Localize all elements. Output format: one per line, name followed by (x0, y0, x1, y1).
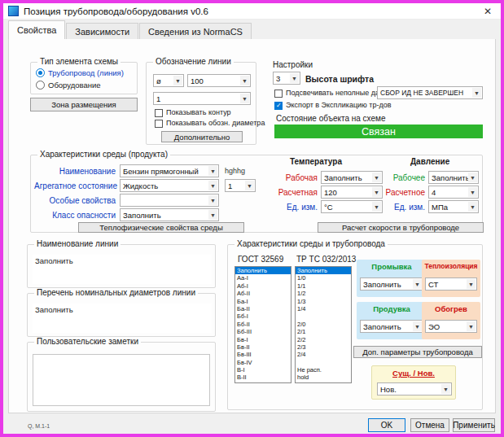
show-diameter-label: Показывать обозн. диаметра (166, 119, 265, 127)
chevron-down-icon: ▼ (240, 76, 249, 85)
chevron-down-icon: ▼ (467, 321, 476, 331)
temp-calc-combo[interactable]: 120 ▼ (321, 186, 383, 199)
list-item[interactable]: Бв-IV (235, 359, 291, 366)
list-item[interactable]: 2/1 (296, 328, 351, 335)
list-item[interactable]: Бв-III (235, 351, 291, 358)
pressure-unit-combo[interactable]: МПа ▼ (428, 200, 479, 213)
gost-listbox[interactable]: ЗаполнитьАа-IАб-IАб-IIБа-IБа-IIБб-IБб-II… (234, 266, 291, 383)
chevron-down-icon: ▼ (468, 187, 477, 197)
combo-value: 100 (191, 76, 204, 85)
ok-button[interactable]: OK (368, 418, 405, 432)
insulation-combo[interactable]: СТ ▼ (425, 277, 477, 291)
pipeline-radio[interactable] (36, 68, 45, 77)
medium-name-combo[interactable]: Бензин прямогонный ▼ (120, 164, 219, 177)
list-item[interactable]: 1/0 (296, 274, 351, 282)
list-item[interactable]: 1/4 (296, 305, 351, 312)
notes-textbox[interactable] (33, 354, 210, 406)
purge-combo[interactable]: Заполнить ▼ (360, 320, 423, 333)
line-name-group-title: Наименование линии (34, 239, 121, 248)
extra-pipe-params-button[interactable]: Доп. параметры трубопровода (353, 346, 482, 358)
list-item[interactable]: 1/2 (296, 290, 351, 297)
list-item[interactable]: 2/2 (296, 336, 351, 343)
heating-combo[interactable]: ЭО ▼ (425, 320, 477, 333)
list-item[interactable]: Аб-I (235, 282, 291, 290)
equipment-radio[interactable] (36, 81, 45, 90)
font-height-combo[interactable]: 3 ▼ (273, 72, 300, 85)
show-diameter-checkbox[interactable] (155, 120, 163, 128)
velocity-calc-button[interactable]: Расчет скорости в трубопроводе (318, 222, 484, 233)
list-item[interactable]: 1/3 (296, 298, 351, 305)
list-item[interactable]: Ба-II (235, 305, 291, 312)
temp-unit-combo[interactable]: °C ▼ (321, 200, 383, 213)
diameter-value-combo[interactable]: 100 ▼ (187, 74, 251, 87)
list-item[interactable] (296, 359, 351, 366)
chevron-down-icon: ▼ (472, 88, 481, 98)
list-item[interactable]: hold (296, 374, 351, 381)
insulation-panel: Теплоизоляция СТ ▼ (422, 260, 480, 297)
highlight-incomplete-checkbox[interactable] (274, 90, 283, 98)
tab-properties[interactable]: Свойства (8, 20, 65, 39)
list-item[interactable]: Ба-I (235, 298, 291, 305)
list-item[interactable]: Заполнить (296, 267, 351, 274)
list-item[interactable]: Заполнить (235, 267, 291, 274)
combo-value: °C (324, 203, 333, 212)
combo-value: 3 (276, 74, 280, 83)
list-item[interactable]: В-I (235, 366, 291, 374)
pressure-calc-label: Расчетное (376, 188, 425, 197)
list-item[interactable]: 1/1 (296, 282, 351, 290)
close-icon[interactable]: ✕ (480, 6, 496, 17)
insulation-label: Теплоизоляция (422, 262, 480, 270)
existing-new-panel: Сущ. / Нов. Нов. ▼ (371, 365, 456, 400)
list-item[interactable]: Бв-I (235, 336, 291, 343)
tab-dependencies[interactable]: Зависимости (66, 23, 138, 39)
chevron-down-icon: ▼ (413, 279, 422, 289)
list-item[interactable]: Бб-I (235, 312, 291, 320)
more-options-button[interactable]: Дополнительно (161, 131, 243, 142)
aggregate-extra-combo[interactable]: 1 ▼ (225, 179, 256, 192)
pressure-calc-combo[interactable]: 4 ▼ (428, 186, 479, 199)
show-contour-checkbox[interactable] (155, 109, 163, 117)
placement-zone-button[interactable]: Зона размещения (30, 98, 138, 111)
flush-combo[interactable]: Заполнить ▼ (360, 277, 423, 291)
id-status-combo[interactable]: СБОР ИД НЕ ЗАВЕРШЕН ▼ (377, 86, 483, 99)
line-name-textbox[interactable]: Заполнить (33, 255, 212, 284)
export-explication-label: Экспорт в Экспликацию тр-дов (286, 101, 392, 109)
thermophysical-button[interactable]: Теплофизические свойства среды (78, 222, 244, 233)
list-item[interactable]: 2/4 (296, 351, 351, 358)
hazard-class-label: Класс опасности (34, 211, 116, 220)
list-item[interactable]: В-II (235, 374, 291, 381)
list-item[interactable]: Бб-II (235, 321, 291, 328)
chevron-down-icon: ▼ (468, 173, 477, 182)
diameters-textbox[interactable]: Заполнить (33, 304, 212, 333)
list-item[interactable]: Бб-III (235, 328, 291, 335)
pressure-working-combo[interactable]: Заполнить ▼ (428, 171, 479, 184)
diameter-symbol-combo[interactable]: ø ▼ (153, 74, 184, 87)
diameters-group-title: Перечень номинальных диаметров линии (34, 288, 198, 297)
equipment-radio-label: Оборудование (48, 81, 101, 90)
line-number-combo[interactable]: 1 ▼ (153, 92, 251, 105)
tab-normacs[interactable]: Сведения из NormaCS (139, 23, 252, 39)
medium-group-title: Характеристики среды (продукта) (37, 150, 170, 159)
list-item[interactable]: Аб-II (235, 290, 291, 297)
list-item[interactable]: 2/3 (296, 343, 351, 351)
notes-group-title: Пользовательские заметки (34, 337, 141, 346)
hazard-class-combo[interactable]: Заполнить ▼ (120, 208, 219, 221)
special-props-combo[interactable]: ▼ (120, 194, 219, 207)
combo-value: Заполнить (123, 211, 161, 220)
aggregate-state-combo[interactable]: Жидкость ▼ (120, 179, 219, 192)
list-item[interactable]: Бв-II (235, 343, 291, 351)
pipeline-radio-label: Трубопровод (линия) (48, 68, 124, 77)
list-item[interactable]: Не расп. (296, 366, 351, 374)
font-height-label: Высота шрифта (305, 74, 374, 84)
temp-working-combo[interactable]: Заполнить ▼ (321, 171, 383, 184)
aggregate-state-label: Агрегатное состояние (34, 181, 116, 190)
chevron-down-icon: ▼ (468, 202, 477, 212)
list-item[interactable]: Аа-I (235, 274, 291, 282)
list-item[interactable]: 2/0 (296, 321, 351, 328)
export-explication-checkbox[interactable] (274, 102, 283, 110)
existing-new-combo[interactable]: Нов. ▼ (377, 382, 452, 395)
list-item[interactable] (296, 312, 351, 320)
cancel-button[interactable]: Отмена (410, 418, 449, 432)
tr-ts-listbox[interactable]: Заполнить1/01/11/21/31/42/02/12/22/32/4Н… (295, 266, 352, 383)
apply-button[interactable]: Применить (453, 418, 495, 432)
